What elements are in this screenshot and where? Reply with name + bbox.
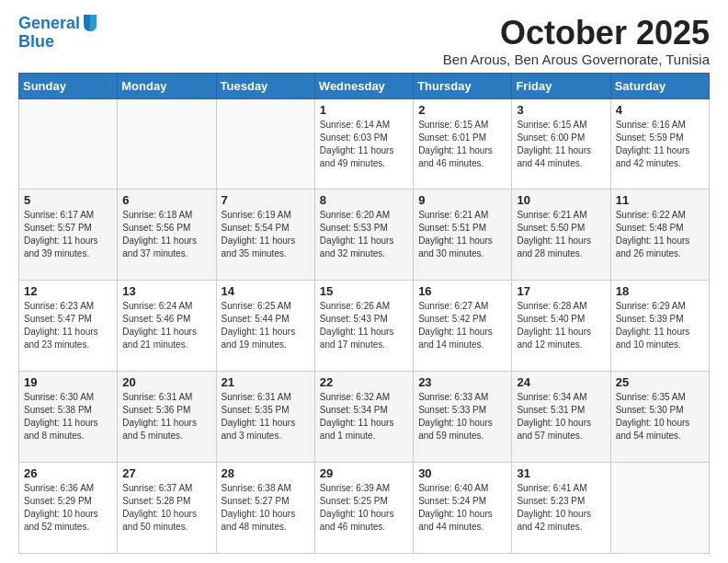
calendar-header-tuesday: Tuesday [216,73,314,98]
day-number: 24 [517,375,605,389]
location-title: Ben Arous, Ben Arous Governorate, Tunisi… [443,52,710,67]
day-info: Sunrise: 6:21 AM Sunset: 5:50 PM Dayligh… [517,209,605,260]
day-number: 20 [122,375,210,389]
calendar-cell: 10Sunrise: 6:21 AM Sunset: 5:50 PM Dayli… [512,190,610,281]
day-number: 12 [24,284,112,298]
calendar-cell: 1Sunrise: 6:14 AM Sunset: 6:03 PM Daylig… [314,98,413,190]
calendar-cell [118,98,216,190]
day-info: Sunrise: 6:31 AM Sunset: 5:36 PM Dayligh… [122,391,210,442]
calendar-header-saturday: Saturday [610,73,709,98]
day-info: Sunrise: 6:36 AM Sunset: 5:29 PM Dayligh… [24,482,112,534]
day-number: 31 [517,466,605,480]
calendar-cell: 2Sunrise: 6:15 AM Sunset: 6:01 PM Daylig… [414,98,512,190]
day-info: Sunrise: 6:30 AM Sunset: 5:38 PM Dayligh… [24,391,112,442]
calendar-cell: 5Sunrise: 6:17 AM Sunset: 5:57 PM Daylig… [19,190,118,281]
calendar-cell: 11Sunrise: 6:22 AM Sunset: 5:48 PM Dayli… [610,190,709,281]
calendar-cell: 7Sunrise: 6:19 AM Sunset: 5:54 PM Daylig… [216,190,314,281]
calendar-cell: 30Sunrise: 6:40 AM Sunset: 5:24 PM Dayli… [414,463,512,554]
day-info: Sunrise: 6:26 AM Sunset: 5:43 PM Dayligh… [320,300,408,351]
calendar-week-row: 12Sunrise: 6:23 AM Sunset: 5:47 PM Dayli… [19,281,710,372]
day-info: Sunrise: 6:15 AM Sunset: 6:01 PM Dayligh… [418,119,506,170]
calendar-cell: 14Sunrise: 6:25 AM Sunset: 5:44 PM Dayli… [216,281,314,372]
day-number: 19 [24,375,112,389]
calendar-cell: 18Sunrise: 6:29 AM Sunset: 5:39 PM Dayli… [610,281,709,372]
calendar-cell [19,98,118,190]
logo: General Blue [18,15,98,52]
day-info: Sunrise: 6:14 AM Sunset: 6:03 PM Dayligh… [320,119,408,170]
day-info: Sunrise: 6:21 AM Sunset: 5:51 PM Dayligh… [418,209,506,260]
day-number: 23 [418,375,506,389]
page: General Blue October 2025 Ben Arous, Ben… [0,0,728,563]
day-info: Sunrise: 6:40 AM Sunset: 5:24 PM Dayligh… [418,482,506,534]
day-info: Sunrise: 6:28 AM Sunset: 5:40 PM Dayligh… [517,300,605,351]
header: General Blue October 2025 Ben Arous, Ben… [18,15,710,67]
calendar: SundayMondayTuesdayWednesdayThursdayFrid… [18,73,710,554]
day-info: Sunrise: 6:15 AM Sunset: 6:00 PM Dayligh… [517,119,605,170]
calendar-cell: 25Sunrise: 6:35 AM Sunset: 5:30 PM Dayli… [610,372,709,463]
calendar-cell: 9Sunrise: 6:21 AM Sunset: 5:51 PM Daylig… [414,190,512,281]
calendar-header-sunday: Sunday [19,73,118,98]
day-info: Sunrise: 6:22 AM Sunset: 5:48 PM Dayligh… [616,209,704,260]
day-info: Sunrise: 6:25 AM Sunset: 5:44 PM Dayligh… [222,300,310,351]
month-title: October 2025 [443,15,710,52]
day-number: 15 [320,284,408,298]
logo-text: General [18,15,80,33]
day-info: Sunrise: 6:17 AM Sunset: 5:57 PM Dayligh… [24,209,112,260]
day-number: 7 [222,193,310,207]
calendar-cell: 13Sunrise: 6:24 AM Sunset: 5:46 PM Dayli… [118,281,216,372]
calendar-cell: 17Sunrise: 6:28 AM Sunset: 5:40 PM Dayli… [512,281,610,372]
day-number: 17 [517,284,605,298]
day-number: 21 [222,375,310,389]
day-number: 13 [122,284,210,298]
calendar-cell: 8Sunrise: 6:20 AM Sunset: 5:53 PM Daylig… [314,190,413,281]
calendar-week-row: 19Sunrise: 6:30 AM Sunset: 5:38 PM Dayli… [19,372,710,463]
calendar-header-monday: Monday [118,73,216,98]
calendar-cell: 27Sunrise: 6:37 AM Sunset: 5:28 PM Dayli… [118,463,216,554]
day-number: 6 [122,193,210,207]
calendar-cell: 6Sunrise: 6:18 AM Sunset: 5:56 PM Daylig… [118,190,216,281]
day-info: Sunrise: 6:37 AM Sunset: 5:28 PM Dayligh… [122,482,210,534]
calendar-cell: 31Sunrise: 6:41 AM Sunset: 5:23 PM Dayli… [512,463,610,554]
day-info: Sunrise: 6:41 AM Sunset: 5:23 PM Dayligh… [517,482,605,534]
day-number: 2 [418,103,506,117]
day-info: Sunrise: 6:24 AM Sunset: 5:46 PM Dayligh… [122,300,210,351]
day-number: 26 [24,466,112,480]
day-info: Sunrise: 6:29 AM Sunset: 5:39 PM Dayligh… [616,300,704,351]
calendar-week-row: 1Sunrise: 6:14 AM Sunset: 6:03 PM Daylig… [19,98,710,190]
day-number: 18 [616,284,704,298]
logo-blue-text: Blue [18,33,98,52]
calendar-header-friday: Friday [512,73,610,98]
calendar-cell: 15Sunrise: 6:26 AM Sunset: 5:43 PM Dayli… [314,281,413,372]
day-number: 28 [222,466,310,480]
day-info: Sunrise: 6:18 AM Sunset: 5:56 PM Dayligh… [122,209,210,260]
calendar-header-thursday: Thursday [414,73,512,98]
day-info: Sunrise: 6:39 AM Sunset: 5:25 PM Dayligh… [320,482,408,534]
day-number: 30 [418,466,506,480]
calendar-cell: 29Sunrise: 6:39 AM Sunset: 5:25 PM Dayli… [314,463,413,554]
day-info: Sunrise: 6:19 AM Sunset: 5:54 PM Dayligh… [222,209,310,260]
day-number: 25 [616,375,704,389]
day-info: Sunrise: 6:32 AM Sunset: 5:34 PM Dayligh… [320,391,408,442]
day-number: 22 [320,375,408,389]
day-number: 4 [616,103,704,117]
day-number: 8 [320,193,408,207]
calendar-week-row: 5Sunrise: 6:17 AM Sunset: 5:57 PM Daylig… [19,190,710,281]
day-number: 5 [24,193,112,207]
day-info: Sunrise: 6:20 AM Sunset: 5:53 PM Dayligh… [320,209,408,260]
day-info: Sunrise: 6:34 AM Sunset: 5:31 PM Dayligh… [517,391,605,442]
day-info: Sunrise: 6:33 AM Sunset: 5:33 PM Dayligh… [418,391,506,442]
day-info: Sunrise: 6:16 AM Sunset: 5:59 PM Dayligh… [616,119,704,170]
calendar-cell: 16Sunrise: 6:27 AM Sunset: 5:42 PM Dayli… [414,281,512,372]
calendar-cell: 28Sunrise: 6:38 AM Sunset: 5:27 PM Dayli… [216,463,314,554]
day-number: 9 [418,193,506,207]
calendar-cell: 12Sunrise: 6:23 AM Sunset: 5:47 PM Dayli… [19,281,118,372]
calendar-cell: 4Sunrise: 6:16 AM Sunset: 5:59 PM Daylig… [610,98,709,190]
day-info: Sunrise: 6:38 AM Sunset: 5:27 PM Dayligh… [222,482,310,534]
day-info: Sunrise: 6:31 AM Sunset: 5:35 PM Dayligh… [222,391,310,442]
calendar-cell: 23Sunrise: 6:33 AM Sunset: 5:33 PM Dayli… [414,372,512,463]
calendar-cell: 22Sunrise: 6:32 AM Sunset: 5:34 PM Dayli… [314,372,413,463]
day-number: 10 [517,193,605,207]
calendar-cell [216,98,314,190]
calendar-cell: 21Sunrise: 6:31 AM Sunset: 5:35 PM Dayli… [216,372,314,463]
day-number: 14 [222,284,310,298]
